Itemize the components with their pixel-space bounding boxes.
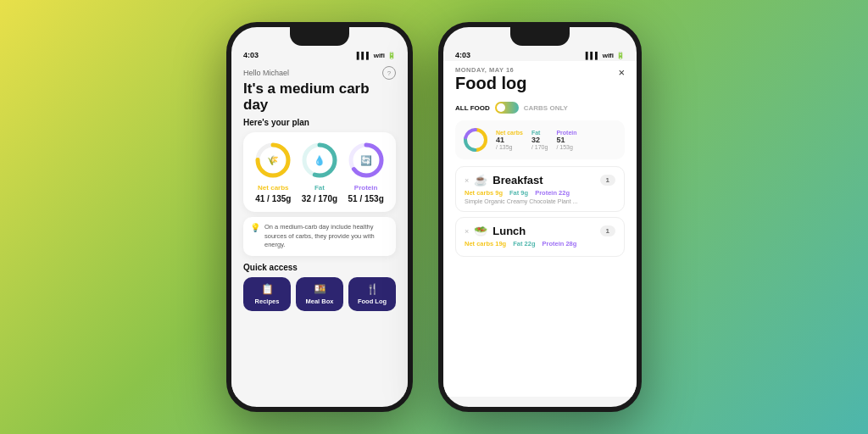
breakfast-count: 1 — [600, 175, 615, 186]
signal-icon: ▌▌▌ — [357, 52, 371, 59]
lunch-card: × 🥗 Lunch 1 Net carbs 19g Fat 22g Protei… — [455, 217, 625, 257]
lunch-close[interactable]: × — [465, 227, 469, 236]
toggle-thumb — [497, 103, 505, 112]
sum-protein-label: Protein — [556, 130, 576, 136]
macro-protein: 🔄 Protein 51 / 153g — [347, 141, 386, 203]
status-bar-1: 4:03 ▌▌▌ wifi 🔋 — [231, 46, 408, 61]
recipes-label: Recipes — [255, 298, 280, 305]
lunch-fat: Fat 22g — [513, 240, 535, 248]
macro-fat: 💧 Fat 32 / 170g — [300, 141, 339, 203]
greeting: Hello Michael — [243, 69, 289, 77]
carbs-label: Net carbs — [258, 184, 288, 192]
lunch-count: 1 — [600, 225, 615, 236]
recipes-button[interactable]: 📋 Recipes — [243, 277, 291, 311]
phone-1: 4:03 ▌▌▌ wifi 🔋 Hello Michael ? It's a m… — [226, 22, 413, 412]
status-icons-2: ▌▌▌ wifi 🔋 — [586, 52, 625, 59]
summary-row: Net carbs 41 / 135g Fat 32 / 170g Protei… — [455, 120, 625, 159]
breakfast-fat: Fat 9g — [509, 189, 528, 197]
sum-protein-goal: / 153g — [556, 144, 576, 150]
status-bar-2: 4:03 ▌▌▌ wifi 🔋 — [443, 46, 637, 61]
close-button[interactable]: × — [618, 66, 625, 79]
phone1-content: Hello Michael ? It's a medium carb day H… — [231, 61, 408, 397]
food-log-date: MONDAY, MAY 16 — [455, 66, 526, 74]
toggle-carbs-only: CARBS ONLY — [524, 104, 568, 112]
macro-carbs: 🌾 Net carbs 41 / 135g — [253, 141, 292, 203]
toggle-all-food: ALL FOOD — [455, 104, 490, 112]
help-button[interactable]: ? — [382, 66, 396, 80]
sum-carbs-goal: / 135g — [496, 144, 523, 150]
tip-box: 💡 On a medium-carb day include healthy s… — [243, 217, 396, 256]
breakfast-card: × ☕ Breakfast 1 Net carbs 9g Fat 9g Prot… — [455, 166, 625, 212]
protein-value: 51 / 153g — [348, 194, 384, 203]
status-icons-1: ▌▌▌ wifi 🔋 — [357, 52, 396, 59]
breakfast-protein: Protein 22g — [535, 189, 570, 197]
sum-protein-val: 51 — [556, 136, 576, 144]
mealbox-button[interactable]: 🍱 Meal Box — [296, 277, 343, 311]
wifi-icon-2: wifi — [603, 52, 614, 59]
foodlog-label: Food Log — [358, 298, 387, 305]
breakfast-macros: Net carbs 9g Fat 9g Protein 22g — [465, 189, 615, 197]
mealbox-icon: 🍱 — [314, 283, 326, 295]
tip-text: On a medium-carb day include healthy sou… — [264, 223, 389, 250]
breakfast-carbs: Net carbs 9g — [465, 189, 503, 197]
quick-access-label: Quick access — [243, 263, 396, 272]
sum-fat: Fat 32 / 170g — [531, 130, 548, 150]
tip-icon: 💡 — [250, 223, 260, 250]
breakfast-close[interactable]: × — [465, 176, 469, 185]
fat-label: Fat — [314, 184, 325, 192]
phone-2: 4:03 ▌▌▌ wifi 🔋 MONDAY, MAY 16 Food log … — [438, 22, 642, 412]
sum-carbs-val: 41 — [496, 136, 523, 144]
lunch-name: Lunch — [492, 225, 526, 237]
toggle-track[interactable] — [495, 102, 519, 114]
lunch-carbs: Net carbs 19g — [465, 240, 506, 248]
sum-fat-goal: / 170g — [531, 144, 548, 150]
breakfast-name: Breakfast — [492, 174, 542, 186]
quick-access-buttons: 📋 Recipes 🍱 Meal Box 🍴 Food Log — [243, 277, 396, 311]
time-1: 4:03 — [243, 51, 259, 59]
lunch-protein: Protein 28g — [542, 240, 576, 248]
macros-card: 🌾 Net carbs 41 / 135g 💧 Fat 32 / 170g — [243, 132, 396, 212]
food-toggle[interactable]: ALL FOOD CARBS ONLY — [455, 102, 625, 114]
fat-value: 32 / 170g — [302, 194, 337, 203]
mealbox-label: Meal Box — [306, 298, 334, 305]
wifi-icon: wifi — [374, 52, 385, 59]
foodlog-icon: 🍴 — [366, 283, 379, 295]
battery-icon-2: 🔋 — [616, 52, 625, 59]
sum-carbs-label: Net carbs — [496, 130, 523, 136]
sum-fat-val: 32 — [531, 136, 548, 144]
breakfast-items: Simple Organic Creamy Chocolate Plant ..… — [465, 198, 615, 204]
battery-icon: 🔋 — [387, 52, 396, 59]
foodlog-button[interactable]: 🍴 Food Log — [348, 277, 396, 311]
breakfast-icon: ☕ — [474, 174, 487, 186]
sum-protein: Protein 51 / 153g — [556, 130, 576, 150]
time-2: 4:03 — [455, 51, 470, 59]
lunch-icon: 🥗 — [474, 225, 487, 237]
summary-donut — [462, 126, 489, 153]
plan-label: Here's your plan — [243, 118, 396, 127]
sum-carbs: Net carbs 41 / 135g — [496, 130, 523, 150]
main-title: It's a medium carb day — [243, 81, 396, 113]
summary-macros: Net carbs 41 / 135g Fat 32 / 170g Protei… — [496, 130, 577, 150]
sum-fat-label: Fat — [531, 130, 548, 136]
food-log-title: Food log — [455, 74, 526, 93]
signal-icon-2: ▌▌▌ — [586, 52, 600, 59]
carbs-value: 41 / 135g — [255, 194, 291, 203]
phone2-content: MONDAY, MAY 16 Food log × ALL FOOD CARBS… — [443, 61, 637, 397]
protein-label: Protein — [354, 184, 378, 192]
lunch-macros: Net carbs 19g Fat 22g Protein 28g — [465, 240, 615, 248]
recipes-icon: 📋 — [261, 283, 274, 295]
